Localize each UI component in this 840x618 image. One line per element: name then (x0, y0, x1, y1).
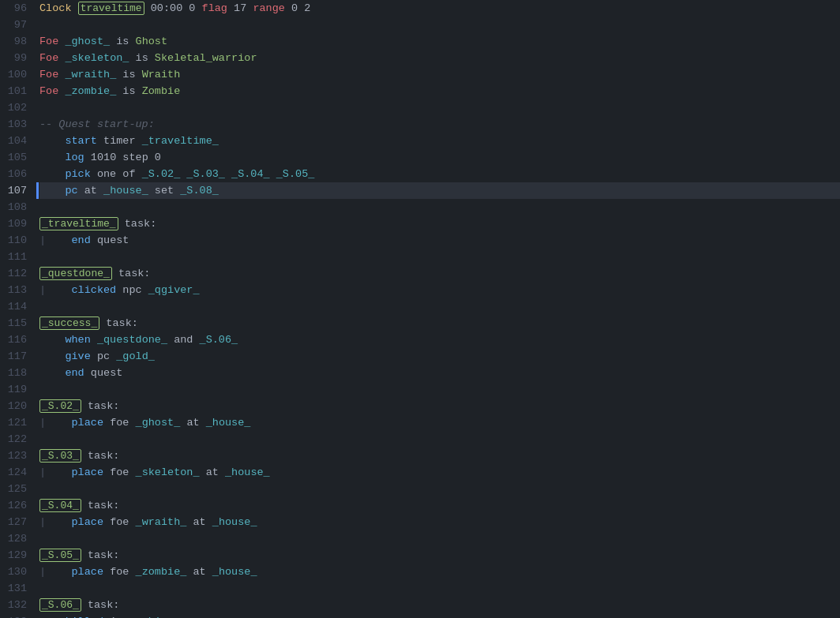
line-112: _questdone_ task: (39, 265, 840, 282)
line-113: | clicked npc _qgiver_ (39, 282, 840, 298)
line-117: give pc _gold_ (39, 348, 840, 365)
line-114 (39, 298, 840, 315)
line-126: _S.04_ task: (39, 497, 840, 514)
line-110: | end quest (39, 232, 840, 249)
line-108 (39, 199, 840, 215)
code-editor: 96 97 98 99 100 101 102 103 104 105 106 … (0, 0, 840, 618)
code-content: Clock traveltime 00:00 0 flag 17 range 0… (33, 0, 840, 618)
line-105: log 1010 step 0 (39, 149, 840, 166)
line-127: | place foe _wraith_ at _house_ (39, 514, 840, 530)
line-133: killed 1 _zombie_ (39, 613, 840, 618)
line-125 (39, 481, 840, 497)
line-121: | place foe _ghost_ at _house_ (39, 414, 840, 431)
line-101: Foe _zombie_ is Zombie (39, 83, 840, 99)
line-131 (39, 580, 840, 597)
line-104: start timer _traveltime_ (39, 133, 840, 149)
line-132: _S.06_ task: (39, 597, 840, 613)
line-124: | place foe _skeleton_ at _house_ (39, 464, 840, 481)
line-116: when _questdone_ and _S.06_ (39, 331, 840, 348)
line-115: _success_ task: (39, 315, 840, 331)
line-107: pc at _house_ set _S.08_ (39, 182, 840, 199)
line-numbers: 96 97 98 99 100 101 102 103 104 105 106 … (0, 0, 33, 618)
line-97 (39, 17, 840, 33)
line-123: _S.03_ task: (39, 448, 840, 464)
line-122 (39, 431, 840, 448)
line-128 (39, 530, 840, 547)
line-130: | place foe _zombie_ at _house_ (39, 564, 840, 580)
line-100: Foe _wraith_ is Wraith (39, 66, 840, 83)
line-129: _S.05_ task: (39, 547, 840, 564)
line-99: Foe _skeleton_ is Skeletal_warrior (39, 50, 840, 66)
line-120: _S.02_ task: (39, 398, 840, 414)
line-96: Clock traveltime 00:00 0 flag 17 range 0… (39, 0, 840, 17)
line-102 (39, 99, 840, 116)
line-98: Foe _ghost_ is Ghost (39, 33, 840, 50)
line-103: -- Quest start-up: (39, 116, 840, 133)
line-109: _traveltime_ task: (39, 215, 840, 232)
line-106: pick one of _S.02_ _S.03_ _S.04_ _S.05_ (39, 166, 840, 182)
line-111 (39, 249, 840, 265)
line-118: end quest (39, 365, 840, 381)
line-119 (39, 381, 840, 398)
